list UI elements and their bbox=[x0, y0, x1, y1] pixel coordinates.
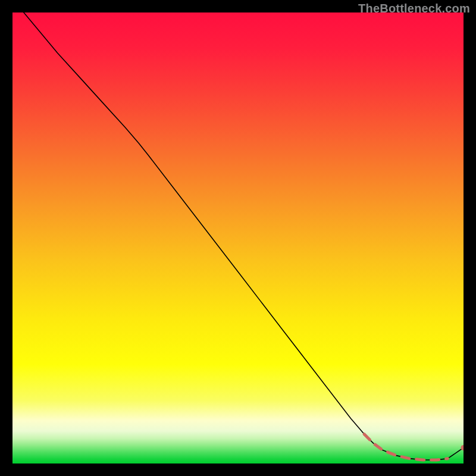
watermark-text: TheBottleneck.com bbox=[358, 2, 470, 15]
chart-lines bbox=[12, 12, 464, 464]
dashed-tail bbox=[364, 434, 447, 460]
main-curve bbox=[12, 12, 464, 460]
plot-area bbox=[12, 12, 464, 464]
chart-frame: TheBottleneck.com bbox=[0, 0, 476, 476]
